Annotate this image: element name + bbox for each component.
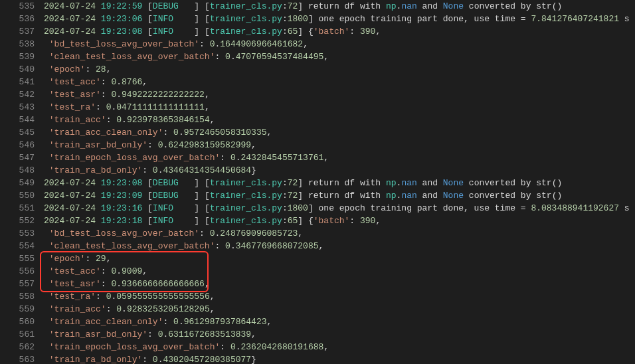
line-number: 549 — [0, 177, 35, 189]
code-line[interactable]: 2024-07-24 19:23:08 [INFO ] [trainer_cls… — [44, 25, 635, 38]
code-line[interactable]: 'train_acc_clean_only': 0.96129879378644… — [44, 316, 635, 328]
line-number: 546 — [0, 139, 35, 151]
line-number: 539 — [0, 50, 35, 63]
line-number: 557 — [0, 278, 35, 290]
line-number: 562 — [0, 341, 35, 353]
line-number: 535 — [0, 0, 35, 13]
line-number: 558 — [0, 290, 35, 303]
line-number: 540 — [0, 63, 35, 76]
line-number: 542 — [0, 88, 35, 101]
code-line[interactable]: 2024-07-24 19:23:18 [INFO ] [trainer_cls… — [44, 215, 635, 227]
code-line[interactable]: 'clean_test_loss_avg_over_batch': 0.4707… — [44, 50, 635, 63]
line-number: 538 — [0, 38, 35, 50]
code-line[interactable]: 'bd_test_loss_avg_over_batch': 0.2487690… — [44, 227, 635, 240]
line-number: 550 — [0, 189, 35, 202]
line-number: 556 — [0, 265, 35, 278]
code-line[interactable]: 'test_asr': 0.9492222222222222, — [44, 88, 635, 101]
code-line[interactable]: 'train_asr_bd_only': 0.6242983159582999, — [44, 139, 635, 151]
code-line[interactable]: 2024-07-24 19:23:16 [INFO ] [trainer_cls… — [44, 202, 635, 215]
code-line[interactable]: 'test_acc': 0.8766, — [44, 76, 635, 88]
line-number: 552 — [0, 215, 35, 227]
code-content[interactable]: 2024-07-24 19:22:59 [DEBUG ] [trainer_cl… — [44, 0, 635, 364]
code-line[interactable]: 'test_ra': 0.059555555555555556, — [44, 290, 635, 303]
line-number: 559 — [0, 303, 35, 316]
code-line[interactable]: 'epoch': 28, — [44, 63, 635, 76]
code-line[interactable]: 'train_ra_bd_only': 0.43020457280385077} — [44, 353, 635, 364]
code-line[interactable]: 'train_epoch_loss_avg_over_batch': 0.243… — [44, 151, 635, 164]
code-line[interactable]: 'test_acc': 0.9009, — [44, 265, 635, 278]
code-line[interactable]: 2024-07-24 19:23:06 [INFO ] [trainer_cls… — [44, 13, 635, 25]
code-line[interactable]: 'bd_test_loss_avg_over_batch': 0.1644906… — [44, 38, 635, 50]
line-number: 560 — [0, 316, 35, 328]
line-number: 536 — [0, 13, 35, 25]
line-number: 545 — [0, 126, 35, 139]
line-number: 563 — [0, 353, 35, 364]
code-line[interactable]: 2024-07-24 19:23:08 [DEBUG ] [trainer_cl… — [44, 177, 635, 189]
code-line[interactable]: 'train_asr_bd_only': 0.6311672683513839, — [44, 328, 635, 341]
code-line[interactable]: 'train_acc_clean_only': 0.95724650583103… — [44, 126, 635, 139]
line-number: 553 — [0, 227, 35, 240]
line-number: 554 — [0, 240, 35, 252]
code-line[interactable]: 'train_epoch_loss_avg_over_batch': 0.236… — [44, 341, 635, 353]
line-number: 561 — [0, 328, 35, 341]
code-line[interactable]: 'test_asr': 0.9366666666666666, — [44, 278, 635, 290]
code-line[interactable]: 2024-07-24 19:23:09 [DEBUG ] [trainer_cl… — [44, 189, 635, 202]
line-number: 547 — [0, 151, 35, 164]
line-number: 543 — [0, 101, 35, 114]
line-number: 551 — [0, 202, 35, 215]
code-line[interactable]: 'train_acc': 0.9239783653846154, — [44, 114, 635, 126]
line-number: 541 — [0, 76, 35, 88]
code-line[interactable]: 'epoch': 29, — [44, 252, 635, 265]
line-number-gutter: 5355365375385395405415425435445455465475… — [0, 0, 44, 364]
code-line[interactable]: 'test_ra': 0.04711111111111111, — [44, 101, 635, 114]
code-line[interactable]: 2024-07-24 19:22:59 [DEBUG ] [trainer_cl… — [44, 0, 635, 13]
line-number: 544 — [0, 114, 35, 126]
code-line[interactable]: 'train_acc': 0.9283253205128205, — [44, 303, 635, 316]
code-editor[interactable]: 5355365375385395405415425435445455465475… — [0, 0, 635, 364]
line-number: 555 — [0, 252, 35, 265]
code-line[interactable]: 'train_ra_bd_only': 0.43464314354450684} — [44, 164, 635, 177]
line-number: 537 — [0, 25, 35, 38]
line-number: 548 — [0, 164, 35, 177]
code-line[interactable]: 'clean_test_loss_avg_over_batch': 0.3467… — [44, 240, 635, 252]
